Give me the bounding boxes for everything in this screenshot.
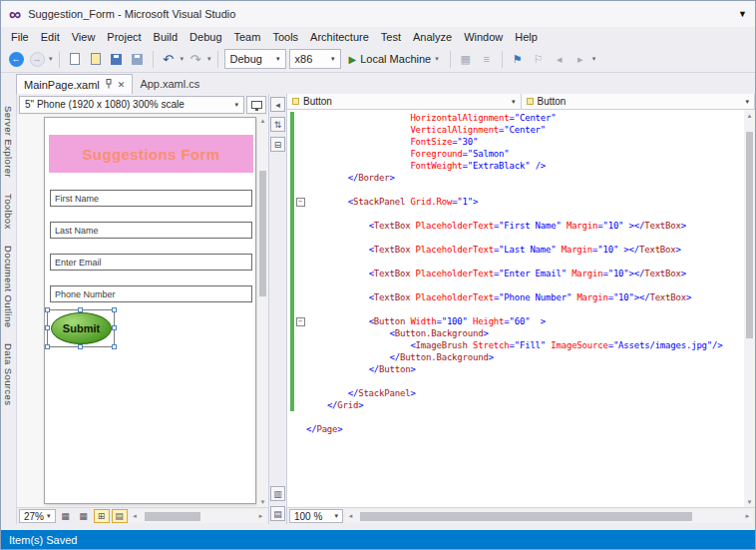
sidebar-tab-document-outline[interactable]: Document Outline: [3, 246, 14, 327]
redo-button[interactable]: ↷: [187, 49, 204, 69]
pane-splitter[interactable]: ◂ ⇅ ⊟ ▥ ▤: [268, 94, 287, 524]
code-line[interactable]: </Grid>: [287, 399, 744, 411]
effects-toggle-button[interactable]: ▦: [58, 509, 74, 523]
code-line[interactable]: <TextBox PlaceholderText="First Name" Ma…: [287, 220, 744, 232]
designer-textbox-last-name[interactable]: Last Name: [50, 222, 252, 239]
menu-test[interactable]: Test: [375, 30, 407, 44]
code-line[interactable]: − <Button Width="100" Height="60" >: [287, 315, 744, 327]
scroll-track[interactable]: [356, 510, 742, 523]
scroll-track[interactable]: [744, 121, 755, 496]
menu-edit[interactable]: Edit: [35, 30, 66, 44]
horizontal-split-button[interactable]: ▤: [270, 506, 285, 521]
code-line[interactable]: <TextBox PlaceholderText="Last Name" Mar…: [287, 244, 744, 256]
scroll-right-icon[interactable]: ►: [255, 513, 266, 519]
code-line[interactable]: FontSize="30": [287, 136, 744, 148]
snap-to-grid-button[interactable]: ⊞: [94, 509, 110, 523]
designer-textbox-phone-number[interactable]: Phone Number: [50, 285, 252, 302]
designer-hscrollbar[interactable]: ◄ ►: [130, 510, 266, 523]
navigation-caret-icon[interactable]: ▾: [49, 55, 53, 63]
scroll-thumb[interactable]: [360, 512, 692, 521]
code-line[interactable]: [287, 303, 744, 315]
scroll-track[interactable]: [141, 510, 255, 523]
sidebar-tab-toolbox[interactable]: Toolbox: [3, 194, 14, 230]
scroll-left-icon[interactable]: ◄: [130, 513, 141, 519]
resize-handle[interactable]: [112, 344, 117, 349]
navigate-forward-button[interactable]: →: [28, 49, 46, 69]
redo-caret-icon[interactable]: ▾: [207, 55, 211, 63]
collapse-pane-button[interactable]: ◂: [270, 97, 285, 112]
bookmark-next-icon[interactable]: ▸: [571, 49, 589, 69]
scroll-down-icon[interactable]: ▼: [257, 496, 268, 507]
solution-platform-combo[interactable]: x86▾: [289, 49, 341, 69]
code-line[interactable]: [287, 375, 744, 387]
code-line[interactable]: <ImageBrush Stretch="Fill" ImageSource="…: [287, 339, 744, 351]
pin-icon[interactable]: [105, 79, 113, 91]
scroll-thumb[interactable]: [259, 171, 266, 296]
window-menu-caret-icon[interactable]: ▼: [738, 9, 747, 19]
device-preview-combo[interactable]: 5" Phone (1920 x 1080) 300% scale▾: [19, 96, 244, 114]
menu-team[interactable]: Team: [228, 30, 267, 44]
resize-handle[interactable]: [112, 307, 117, 312]
design-surface[interactable]: Suggestions Form First NameLast NameEnte…: [17, 115, 257, 507]
resize-handle[interactable]: [45, 325, 50, 330]
display-settings-button[interactable]: [246, 96, 266, 114]
open-file-button[interactable]: [87, 49, 105, 69]
code-line[interactable]: [287, 232, 744, 244]
scroll-thumb[interactable]: [746, 132, 753, 338]
sidebar-tab-server-explorer[interactable]: Server Explorer: [3, 106, 14, 178]
snap-to-snaplines-button[interactable]: ▤: [112, 509, 128, 523]
menu-debug[interactable]: Debug: [184, 30, 227, 44]
list-icon[interactable]: ≡: [478, 49, 496, 69]
fold-toggle-icon[interactable]: −: [296, 317, 305, 326]
code-line[interactable]: <TextBox PlaceholderText="Phone Number" …: [287, 291, 744, 303]
code-line[interactable]: </StackPanel>: [287, 387, 744, 399]
scroll-up-icon[interactable]: ▲: [257, 115, 268, 126]
tab-app-xaml-cs[interactable]: App.xaml.cs: [133, 74, 206, 94]
sidebar-tab-data-sources[interactable]: Data Sources: [3, 343, 14, 405]
designer-textbox-first-name[interactable]: First Name: [50, 190, 252, 207]
bookmark-prev-icon[interactable]: ◂: [551, 49, 568, 69]
editor-zoom-combo[interactable]: 100 %▾: [289, 509, 343, 523]
editor-hscrollbar[interactable]: ◄ ►: [345, 510, 753, 523]
designer-vscrollbar[interactable]: ▲ ▼: [257, 115, 268, 507]
menu-project[interactable]: Project: [101, 30, 147, 44]
code-line[interactable]: </Button>: [287, 363, 744, 375]
code-line[interactable]: </Page>: [287, 423, 744, 435]
code-line[interactable]: </Border>: [287, 172, 744, 184]
toolbar-options-caret-icon[interactable]: ▾: [592, 55, 596, 63]
grid-icon[interactable]: ▦: [457, 49, 475, 69]
form-header[interactable]: Suggestions Form: [49, 135, 253, 173]
code-line[interactable]: <Button.Background>: [287, 327, 744, 339]
scroll-right-icon[interactable]: ►: [742, 513, 753, 519]
code-line[interactable]: − <StackPanel Grid.Row="1">: [287, 196, 744, 208]
resize-handle[interactable]: [45, 307, 50, 312]
code-line[interactable]: [287, 256, 744, 268]
scroll-up-icon[interactable]: ▲: [744, 110, 755, 121]
resize-handle[interactable]: [112, 325, 117, 330]
menu-view[interactable]: View: [66, 30, 102, 44]
code-line[interactable]: [287, 279, 744, 291]
split-view-button[interactable]: ⊟: [270, 137, 285, 152]
scroll-track[interactable]: [257, 126, 268, 496]
scroll-left-icon[interactable]: ◄: [345, 513, 356, 519]
resize-handle[interactable]: [78, 344, 83, 349]
bookmark-flag-icon[interactable]: ⚑: [509, 49, 527, 69]
menu-architecture[interactable]: Architecture: [304, 30, 375, 44]
save-button[interactable]: [108, 49, 126, 69]
tab-mainpage-xaml[interactable]: MainPage.xaml✕: [16, 74, 133, 94]
menu-help[interactable]: Help: [509, 30, 544, 44]
code-line[interactable]: VerticalAlignment="Center": [287, 124, 744, 136]
menu-analyze[interactable]: Analyze: [407, 30, 458, 44]
code-line[interactable]: [287, 411, 744, 423]
code-line[interactable]: HorizontalAlignment="Center": [287, 112, 744, 124]
designer-zoom-combo[interactable]: 27%▾: [19, 509, 56, 523]
vertical-split-button[interactable]: ▥: [270, 486, 285, 501]
solution-configuration-combo[interactable]: Debug▾: [224, 49, 286, 69]
undo-caret-icon[interactable]: ▾: [181, 55, 185, 63]
show-grid-button[interactable]: ▦: [76, 509, 92, 523]
breadcrumb-element-left[interactable]: Button ▾: [287, 94, 522, 109]
code-line[interactable]: [287, 208, 744, 220]
resize-handle[interactable]: [45, 344, 50, 349]
designer-textbox-enter-email[interactable]: Enter Email: [50, 254, 252, 271]
code-line[interactable]: [287, 184, 744, 196]
